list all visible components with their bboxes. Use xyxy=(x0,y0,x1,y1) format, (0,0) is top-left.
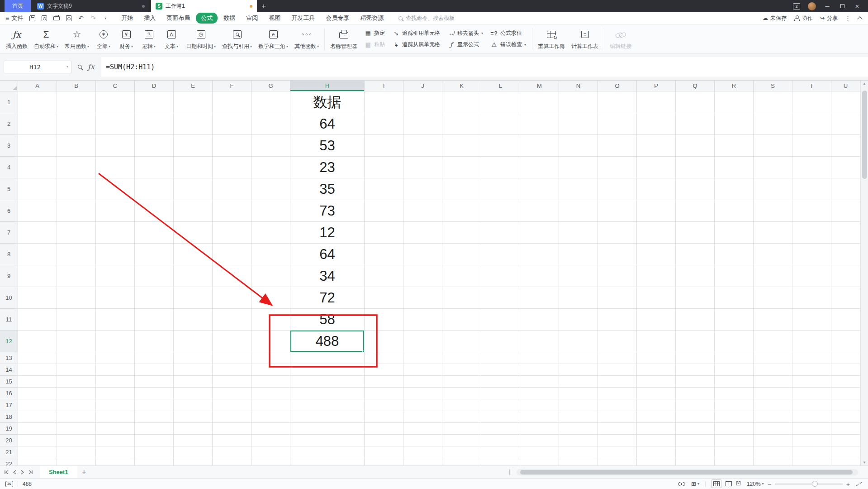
ribbon-button-名称管理器[interactable]: 名称管理器 xyxy=(327,26,360,52)
cell-E3[interactable] xyxy=(174,135,213,157)
cell-C15[interactable] xyxy=(96,376,135,388)
cell-J20[interactable] xyxy=(403,435,442,446)
cell-E6[interactable] xyxy=(174,200,213,222)
cell-E10[interactable] xyxy=(174,287,213,309)
cell-M11[interactable] xyxy=(520,309,559,331)
cell-R17[interactable] xyxy=(715,399,754,411)
cell-A18[interactable] xyxy=(18,411,57,423)
cell-O4[interactable] xyxy=(598,157,637,178)
cell-I8[interactable] xyxy=(365,244,403,265)
cell-K18[interactable] xyxy=(442,411,481,423)
cell-R11[interactable] xyxy=(715,309,754,331)
row-header-13[interactable]: 13 xyxy=(0,352,18,364)
cell-E20[interactable] xyxy=(174,435,213,446)
cell-R21[interactable] xyxy=(715,446,754,458)
home-button[interactable]: 首页 xyxy=(5,0,31,12)
cell-E15[interactable] xyxy=(174,376,213,388)
cell-H20[interactable] xyxy=(290,435,365,446)
cell-E14[interactable] xyxy=(174,364,213,376)
cell-T21[interactable] xyxy=(792,446,831,458)
cell-D20[interactable] xyxy=(135,435,174,446)
cell-D2[interactable] xyxy=(135,113,174,135)
cell-Q17[interactable] xyxy=(676,399,715,411)
cell-C9[interactable] xyxy=(96,265,135,287)
cell-I12[interactable] xyxy=(365,331,403,352)
cell-T13[interactable] xyxy=(792,352,831,364)
name-box[interactable]: H12 ▾ xyxy=(4,61,71,73)
cell-S2[interactable] xyxy=(754,113,792,135)
cell-F22[interactable] xyxy=(213,458,251,465)
cell-B12[interactable] xyxy=(57,331,96,352)
cell-S21[interactable] xyxy=(754,446,792,458)
cell-P13[interactable] xyxy=(637,352,676,364)
cell-L3[interactable] xyxy=(481,135,520,157)
cell-U13[interactable] xyxy=(831,352,860,364)
cell-B10[interactable] xyxy=(57,287,96,309)
cell-J12[interactable] xyxy=(403,331,442,352)
cell-E7[interactable] xyxy=(174,222,213,244)
cell-F12[interactable] xyxy=(213,331,251,352)
cell-P5[interactable] xyxy=(637,178,676,200)
cell-N19[interactable] xyxy=(559,423,598,435)
cell-H2[interactable]: 64 xyxy=(290,113,365,135)
cell-R7[interactable] xyxy=(715,222,754,244)
name-box-caret-icon[interactable]: ▾ xyxy=(66,65,71,69)
row-header-21[interactable]: 21 xyxy=(0,446,18,458)
cell-C16[interactable] xyxy=(96,388,135,399)
ribbon-button-编辑链接[interactable]: 编辑链接 xyxy=(607,26,635,52)
cell-U17[interactable] xyxy=(831,399,860,411)
cell-F5[interactable] xyxy=(213,178,251,200)
cell-G22[interactable] xyxy=(251,458,290,465)
cell-O22[interactable] xyxy=(598,458,637,465)
column-header-C[interactable]: C xyxy=(96,81,135,91)
cell-P22[interactable] xyxy=(637,458,676,465)
cell-L13[interactable] xyxy=(481,352,520,364)
cell-T2[interactable] xyxy=(792,113,831,135)
cell-L5[interactable] xyxy=(481,178,520,200)
cell-U18[interactable] xyxy=(831,411,860,423)
cell-U12[interactable] xyxy=(831,331,860,352)
fullscreen-icon[interactable]: ↗↙ xyxy=(856,481,863,487)
column-header-J[interactable]: J xyxy=(403,81,442,91)
cell-Q20[interactable] xyxy=(676,435,715,446)
cell-O10[interactable] xyxy=(598,287,637,309)
cell-P9[interactable] xyxy=(637,265,676,287)
ribbon-button-指定[interactable]: ▦指定 xyxy=(364,29,385,37)
cell-B9[interactable] xyxy=(57,265,96,287)
cell-P2[interactable] xyxy=(637,113,676,135)
cell-A4[interactable] xyxy=(18,157,57,178)
horizontal-scroll-thumb[interactable] xyxy=(520,470,853,475)
cell-C18[interactable] xyxy=(96,411,135,423)
cell-I7[interactable] xyxy=(365,222,403,244)
cell-L4[interactable] xyxy=(481,157,520,178)
cell-C21[interactable] xyxy=(96,446,135,458)
cell-R9[interactable] xyxy=(715,265,754,287)
cell-F11[interactable] xyxy=(213,309,251,331)
cell-D16[interactable] xyxy=(135,388,174,399)
cell-K8[interactable] xyxy=(442,244,481,265)
cell-I1[interactable] xyxy=(365,91,403,113)
cell-E1[interactable] xyxy=(174,91,213,113)
cell-P8[interactable] xyxy=(637,244,676,265)
last-sheet-icon[interactable] xyxy=(27,470,33,475)
ribbon-button-追踪引用单元格[interactable]: ↘追踪引用单元格 xyxy=(392,29,440,37)
cell-C8[interactable] xyxy=(96,244,135,265)
cell-T17[interactable] xyxy=(792,399,831,411)
cell-J10[interactable] xyxy=(403,287,442,309)
row-header-10[interactable]: 10 xyxy=(0,287,18,309)
cell-C4[interactable] xyxy=(96,157,135,178)
cell-F7[interactable] xyxy=(213,222,251,244)
avatar[interactable] xyxy=(808,2,816,10)
cell-E16[interactable] xyxy=(174,388,213,399)
cell-A9[interactable] xyxy=(18,265,57,287)
cell-L1[interactable] xyxy=(481,91,520,113)
cell-M2[interactable] xyxy=(520,113,559,135)
cell-O18[interactable] xyxy=(598,411,637,423)
cell-T7[interactable] xyxy=(792,222,831,244)
cell-I15[interactable] xyxy=(365,376,403,388)
cell-G21[interactable] xyxy=(251,446,290,458)
cell-C3[interactable] xyxy=(96,135,135,157)
cell-R12[interactable] xyxy=(715,331,754,352)
ribbon-button-插入函数[interactable]: ƒx插入函数 xyxy=(3,26,31,52)
cell-O9[interactable] xyxy=(598,265,637,287)
